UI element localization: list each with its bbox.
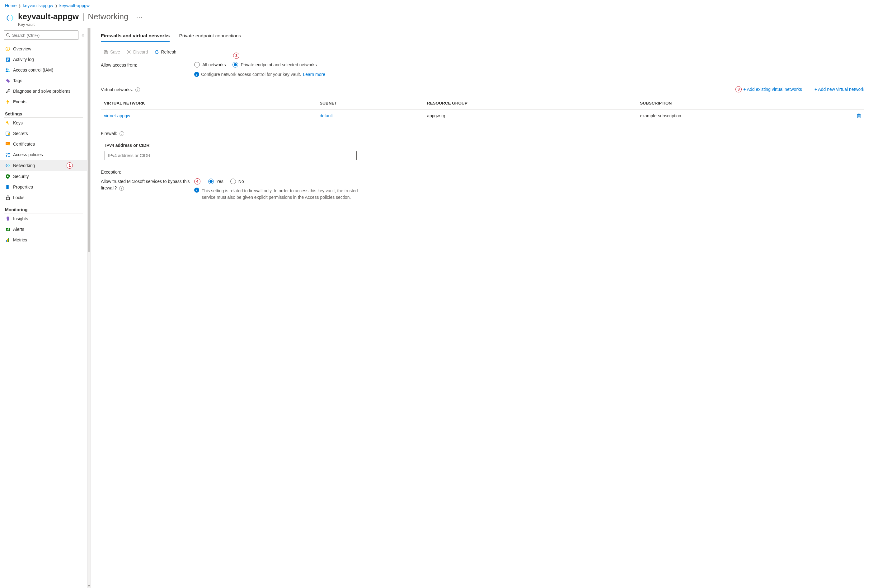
sidebar-item-label: Keys: [13, 120, 23, 125]
subnet-link[interactable]: default: [320, 113, 333, 118]
sidebar-item-networking[interactable]: Networking 1: [0, 160, 87, 171]
radio-label: No: [238, 179, 244, 184]
sidebar-item-overview[interactable]: Overview: [0, 44, 87, 54]
close-icon: [126, 50, 131, 54]
svg-rect-32: [7, 220, 8, 220]
table-row: virtnet-appgw default appgw-rg example-s…: [101, 110, 864, 122]
scroll-thumb[interactable]: [88, 28, 90, 252]
svg-rect-40: [105, 50, 107, 52]
sidebar-item-diagnose[interactable]: Diagnose and solve problems: [0, 86, 87, 96]
more-actions-button[interactable]: ···: [136, 14, 143, 21]
svg-rect-7: [6, 58, 9, 59]
svg-rect-34: [6, 230, 7, 231]
radio-icon: [208, 178, 214, 184]
sidebar-item-insights[interactable]: Insights: [0, 213, 87, 224]
sidebar-item-access-policies[interactable]: Access policies: [0, 149, 87, 160]
svg-rect-25: [8, 156, 10, 157]
sidebar-item-label: Networking: [13, 163, 35, 168]
breadcrumb-home[interactable]: Home: [5, 3, 17, 8]
bypass-question-label: Allow trusted Microsoft services to bypa…: [101, 178, 194, 191]
sidebar-item-label: Overview: [13, 46, 31, 51]
refresh-button[interactable]: Refresh: [154, 50, 176, 54]
discard-button[interactable]: Discard: [126, 50, 148, 54]
sidebar-item-tags[interactable]: Tags: [0, 75, 87, 86]
sidebar-item-access-control[interactable]: Access control (IAM): [0, 65, 87, 75]
annotation-3: 3: [735, 86, 742, 92]
firewall-heading: Firewall: i: [101, 131, 864, 136]
virtual-networks-label: Virtual networks: i: [101, 87, 140, 92]
sidebar-item-events[interactable]: Events: [0, 96, 87, 107]
tab-private-endpoint[interactable]: Private endpoint connections: [179, 31, 241, 42]
svg-point-10: [6, 69, 8, 70]
svg-rect-8: [6, 59, 9, 60]
learn-more-link[interactable]: Learn more: [303, 72, 325, 77]
annotation-4: 4: [194, 178, 200, 184]
save-button[interactable]: Save: [103, 50, 120, 54]
svg-rect-37: [6, 240, 7, 242]
sidebar-item-label: Activity log: [13, 57, 34, 62]
svg-point-11: [8, 69, 9, 70]
sub-cell: example-subscription: [637, 110, 853, 122]
svg-rect-23: [8, 154, 10, 155]
chevron-right-icon: ❯: [18, 4, 21, 8]
sidebar-scrollbar[interactable]: ▲ ▼: [87, 28, 91, 588]
sidebar-item-alerts[interactable]: Alerts: [0, 224, 87, 235]
sidebar-item-properties[interactable]: Properties: [0, 182, 87, 192]
tabs: Firewalls and virtual networks Private e…: [101, 31, 864, 43]
svg-point-0: [10, 18, 11, 19]
svg-rect-24: [6, 156, 7, 157]
add-existing-vnet-link[interactable]: + Add existing virtual networks: [743, 87, 802, 92]
sidebar-item-metrics[interactable]: Metrics: [0, 235, 87, 245]
info-circle-icon[interactable]: i: [119, 186, 124, 191]
collapse-sidebar-button[interactable]: «: [81, 33, 84, 38]
main-panel: Firewalls and virtual networks Private e…: [91, 28, 873, 588]
sidebar-item-certificates[interactable]: Certificates: [0, 139, 87, 149]
shield-icon: [5, 174, 11, 179]
delete-row-button[interactable]: [853, 110, 864, 122]
col-subscription: SUBSCRIPTION: [637, 97, 853, 110]
svg-rect-9: [6, 60, 8, 61]
breadcrumb: Home ❯ keyvault-appgw ❯ keyvault-appgw: [0, 0, 873, 10]
info-circle-icon[interactable]: i: [135, 87, 140, 92]
scroll-down-icon[interactable]: ▼: [87, 584, 90, 588]
col-subnet: SUBNET: [317, 97, 424, 110]
radio-icon: [233, 62, 238, 68]
secrets-icon: [5, 130, 11, 136]
sidebar-heading-settings: Settings: [0, 107, 87, 117]
bypass-note: This setting is related to firewall only…: [202, 188, 368, 201]
networking-icon: [5, 163, 11, 168]
sidebar-item-label: Alerts: [13, 227, 24, 232]
sidebar-item-secrets[interactable]: Secrets: [0, 128, 87, 139]
tab-firewalls[interactable]: Firewalls and virtual networks: [101, 31, 170, 42]
firewall-heading-text: Firewall:: [101, 131, 117, 136]
breadcrumb-item-1[interactable]: keyvault-appgw: [23, 3, 53, 8]
properties-icon: [5, 184, 11, 190]
tag-icon: [5, 78, 11, 83]
bypass-question-text: Allow trusted Microsoft services to bypa…: [101, 179, 190, 190]
add-new-vnet-link[interactable]: + Add new virtual network: [814, 87, 864, 92]
trash-icon: [856, 113, 861, 118]
radio-bypass-no[interactable]: No: [230, 178, 244, 184]
vnet-link[interactable]: virtnet-appgw: [104, 113, 130, 118]
sidebar-item-security[interactable]: Security: [0, 171, 87, 182]
svg-rect-31: [6, 197, 9, 200]
sidebar-item-label: Security: [13, 174, 29, 179]
toolbar: Save Discard Refresh: [101, 48, 864, 62]
sidebar-item-label: Events: [13, 99, 27, 104]
breadcrumb-item-2[interactable]: keyvault-appgw: [59, 3, 90, 8]
info-circle-icon[interactable]: i: [120, 131, 124, 136]
radio-all-networks[interactable]: All networks: [194, 62, 225, 68]
checklist-icon: [5, 152, 11, 158]
cidr-input[interactable]: [105, 151, 357, 160]
info-text: Configure network access control for you…: [201, 72, 301, 77]
sidebar-item-activity-log[interactable]: Activity log: [0, 54, 87, 65]
sidebar-item-keys[interactable]: Keys: [0, 118, 87, 128]
search-input[interactable]: [12, 33, 76, 38]
lightbulb-icon: [5, 216, 11, 222]
virtual-networks-label-text: Virtual networks:: [101, 87, 133, 92]
sidebar-item-label: Properties: [13, 184, 33, 189]
radio-selected-networks[interactable]: Private endpoint and selected networks: [233, 62, 317, 68]
sidebar-item-locks[interactable]: Locks: [0, 192, 87, 203]
radio-bypass-yes[interactable]: Yes: [208, 178, 224, 184]
search-input-container[interactable]: [4, 30, 78, 40]
